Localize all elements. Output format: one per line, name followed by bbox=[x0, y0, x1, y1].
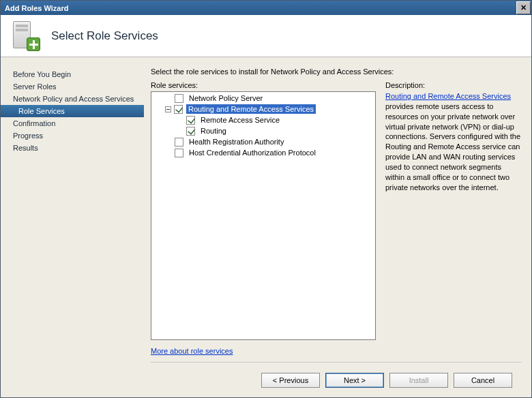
step-network-policy[interactable]: Network Policy and Access Services bbox=[1, 93, 144, 105]
title-bar: Add Roles Wizard ✕ bbox=[1, 1, 531, 15]
step-server-roles[interactable]: Server Roles bbox=[1, 80, 144, 93]
tree-node[interactable]: Remote Access Service bbox=[151, 114, 375, 125]
tree-checkbox[interactable] bbox=[186, 127, 195, 136]
tree-node-label: Network Policy Server bbox=[187, 93, 265, 103]
tree-checkbox[interactable] bbox=[175, 138, 183, 147]
wizard-steps-sidebar: Before You Begin Server Roles Network Po… bbox=[1, 57, 144, 397]
more-about-link[interactable]: More about role services bbox=[151, 347, 376, 355]
step-confirmation[interactable]: Confirmation bbox=[1, 117, 144, 129]
description-body: provides remote users access to resource… bbox=[385, 102, 520, 192]
tree-node-label: Host Credential Authorization Protocol bbox=[187, 148, 318, 157]
description-link[interactable]: Routing and Remote Access Services bbox=[385, 91, 511, 102]
tree-checkbox[interactable] bbox=[175, 94, 183, 103]
cancel-button[interactable]: Cancel bbox=[454, 373, 512, 388]
install-button[interactable]: Install bbox=[389, 373, 448, 388]
role-services-tree[interactable]: Network Policy ServerRouting and Remote … bbox=[151, 91, 376, 340]
wizard-header: Select Role Services bbox=[1, 15, 531, 57]
step-before-you-begin[interactable]: Before You Begin bbox=[1, 68, 144, 80]
tree-node[interactable]: Network Policy Server bbox=[151, 93, 375, 104]
description-label: Description: bbox=[385, 81, 522, 89]
main-panel: Select the role services to install for … bbox=[144, 57, 531, 397]
page-title: Select Role Services bbox=[51, 29, 158, 43]
tree-node[interactable]: Health Registration Authority bbox=[151, 136, 375, 147]
previous-button[interactable]: < Previous bbox=[261, 373, 320, 388]
tree-node[interactable]: Routing bbox=[151, 125, 375, 136]
step-progress[interactable]: Progress bbox=[1, 129, 144, 142]
window-title: Add Roles Wizard bbox=[5, 4, 68, 12]
instruction-text: Select the role services to install for … bbox=[151, 67, 522, 76]
tree-checkbox[interactable] bbox=[186, 116, 195, 125]
server-plus-icon bbox=[10, 21, 40, 51]
tree-node[interactable]: Host Credential Authorization Protocol bbox=[151, 147, 375, 158]
step-results[interactable]: Results bbox=[1, 142, 144, 154]
tree-node-label: Remote Access Service bbox=[198, 115, 282, 125]
tree-node-label: Routing and Remote Access Services bbox=[186, 104, 316, 114]
description-text: Routing and Remote Access Services provi… bbox=[385, 91, 522, 192]
tree-node-label: Health Registration Authority bbox=[187, 137, 286, 147]
role-services-label: Role services: bbox=[151, 81, 376, 89]
wizard-body: Before You Begin Server Roles Network Po… bbox=[1, 57, 531, 397]
step-role-services[interactable]: Role Services bbox=[1, 105, 144, 117]
close-button[interactable]: ✕ bbox=[516, 1, 531, 14]
tree-node[interactable]: Routing and Remote Access Services bbox=[151, 104, 375, 114]
next-button[interactable]: Next > bbox=[325, 373, 384, 388]
tree-checkbox[interactable] bbox=[174, 105, 183, 114]
button-bar: < Previous Next > Install Cancel bbox=[151, 362, 522, 397]
collapse-icon[interactable] bbox=[165, 106, 171, 112]
close-icon: ✕ bbox=[520, 3, 527, 12]
tree-node-label: Routing bbox=[198, 126, 228, 136]
tree-checkbox[interactable] bbox=[175, 149, 183, 157]
